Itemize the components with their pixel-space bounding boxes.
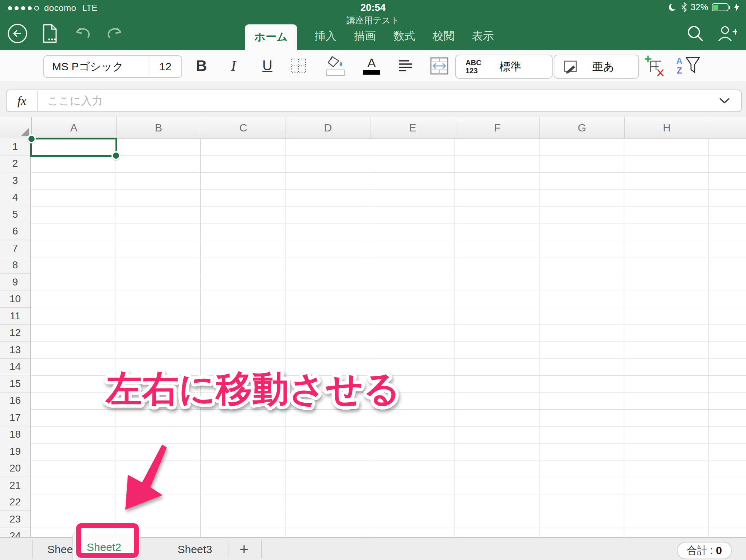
column-header-e[interactable]: E (370, 117, 455, 138)
selection-handle-bottom-right[interactable] (111, 151, 121, 160)
borders-icon (291, 58, 307, 74)
select-all-corner[interactable] (0, 117, 32, 138)
row-header-10[interactable]: 10 (0, 291, 30, 308)
search-icon[interactable] (685, 23, 706, 44)
selected-cell-a1[interactable] (30, 138, 117, 157)
worksheet-cells[interactable] (31, 138, 746, 537)
row-header-12[interactable]: 12 (0, 325, 30, 342)
column-header-f[interactable]: F (455, 117, 540, 138)
formula-expand-chevron-icon[interactable] (719, 98, 730, 104)
tab-home[interactable]: ホーム (245, 24, 297, 50)
italic-button[interactable]: I (223, 50, 244, 81)
number-format-button[interactable]: ABC 123 標準 (455, 55, 553, 79)
formula-bar[interactable]: fx ここに入力 (6, 90, 742, 112)
row-header-20[interactable]: 20 (0, 460, 30, 477)
abc-123-icon: ABC 123 (466, 59, 481, 75)
divider (32, 540, 33, 559)
bluetooth-icon (681, 2, 687, 12)
column-header-a[interactable]: A (32, 117, 117, 138)
share-people-icon[interactable] (717, 23, 737, 44)
row-header-8[interactable]: 8 (0, 257, 30, 274)
redo-button[interactable] (105, 23, 125, 44)
row-header-15[interactable]: 15 (0, 375, 30, 393)
row-header-6[interactable]: 6 (0, 223, 30, 240)
annotation-highlight-box (76, 523, 139, 558)
fx-icon: fx (7, 91, 38, 111)
font-selector[interactable]: MS Pゴシック 12 (43, 55, 182, 78)
tab-formulas[interactable]: 数式 (393, 29, 415, 50)
format-toolbar: MS Pゴシック 12 B I U A (0, 50, 746, 82)
battery-icon (712, 3, 731, 12)
fill-bucket-icon (327, 56, 344, 68)
file-button[interactable] (40, 23, 60, 44)
filter-funnel-icon (685, 56, 701, 75)
sum-badge[interactable]: 合計 : 0 (677, 542, 732, 559)
column-header-g[interactable]: G (540, 117, 625, 138)
divider (261, 540, 262, 559)
fill-color-swatch (326, 70, 345, 76)
font-size-value[interactable]: 12 (149, 57, 181, 76)
row-header-23[interactable]: 23 (0, 511, 30, 528)
battery-percent-label: 32% (691, 2, 708, 12)
tab-draw[interactable]: 描画 (354, 29, 376, 50)
row-header-14[interactable]: 14 (0, 359, 30, 376)
row-header-11[interactable]: 11 (0, 308, 30, 325)
column-header-h[interactable]: H (625, 117, 710, 138)
row-header-16[interactable]: 16 (0, 393, 30, 410)
font-color-button[interactable]: A (361, 50, 382, 81)
ribbon-tab-bar: ホーム 挿入 描画 数式 校閲 表示 (245, 24, 494, 50)
column-header-b[interactable]: B (117, 117, 201, 138)
row-header-18[interactable]: 18 (0, 426, 30, 443)
formula-bar-row: fx ここに入力 (0, 81, 746, 117)
select-all-triangle-icon (21, 128, 29, 136)
sheet-tab-3[interactable]: Sheet3 (168, 538, 222, 560)
row-header-13[interactable]: 13 (0, 342, 30, 359)
tab-insert[interactable]: 挿入 (315, 29, 337, 50)
row-header-1[interactable]: 1 (0, 138, 30, 155)
alignment-button[interactable] (396, 50, 415, 81)
tab-view[interactable]: 表示 (472, 29, 494, 50)
divider (228, 540, 228, 559)
cell-styles-button[interactable]: 亜あ (554, 55, 639, 79)
row-header-22[interactable]: 22 (0, 494, 30, 511)
row-header-7[interactable]: 7 (0, 240, 30, 257)
undo-button[interactable] (72, 23, 93, 44)
insert-delete-cells-icon (645, 55, 664, 76)
row-header-5[interactable]: 5 (0, 206, 30, 223)
moon-icon (668, 3, 678, 12)
borders-button[interactable] (290, 50, 307, 81)
fill-color-button[interactable] (325, 50, 346, 81)
number-format-value: 標準 (499, 59, 534, 74)
cell-style-value: 亜あ (592, 59, 625, 74)
sort-filter-button[interactable]: A Z (672, 50, 705, 81)
formula-input[interactable]: ここに入力 (38, 94, 719, 109)
font-name-value[interactable]: MS Pゴシック (44, 59, 149, 74)
column-header-row: ABCDEFGH (0, 117, 746, 139)
selection-handle-top-left[interactable] (27, 134, 36, 143)
row-header-19[interactable]: 19 (0, 443, 30, 460)
insert-delete-cells-button[interactable] (644, 50, 665, 81)
app-header: docomo LTE 20:54 講座用テスト 32% (0, 0, 746, 50)
row-header-9[interactable]: 9 (0, 274, 30, 291)
align-left-icon (398, 59, 413, 72)
back-button[interactable] (7, 23, 28, 44)
bold-button[interactable]: B (191, 50, 212, 81)
merge-cells-button[interactable] (429, 50, 449, 81)
charging-bolt-icon (734, 3, 739, 12)
row-header-4[interactable]: 4 (0, 189, 30, 206)
row-header-17[interactable]: 17 (0, 409, 30, 426)
column-header-c[interactable]: C (201, 117, 286, 138)
column-header-d[interactable]: D (286, 117, 371, 138)
row-header-21[interactable]: 21 (0, 477, 30, 494)
column-header-partial[interactable] (709, 117, 746, 138)
row-header-24[interactable]: 24 (0, 528, 30, 537)
sort-az-icon: A Z (676, 56, 682, 75)
row-header-3[interactable]: 3 (0, 172, 30, 189)
tab-review[interactable]: 校閲 (433, 29, 455, 50)
add-sheet-button[interactable]: + (233, 538, 255, 560)
underline-button[interactable]: U (256, 50, 278, 81)
format-brush-icon (563, 59, 578, 74)
clock-label: 20:54 (0, 2, 746, 13)
row-header-2[interactable]: 2 (0, 155, 30, 173)
row-header-column: 123456789101112131415161718192021222324 (0, 138, 31, 537)
